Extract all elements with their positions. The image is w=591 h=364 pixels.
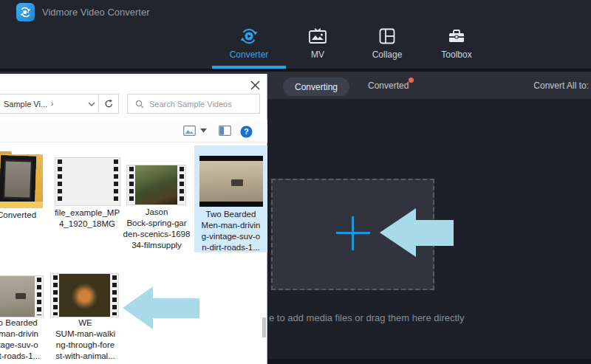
help-icon[interactable]: ? [240, 126, 253, 138]
title-bar: Vidmore Video Converter Converter [0, 0, 591, 69]
tab-toolbox[interactable]: Toolbox [422, 25, 491, 69]
tab-converter-label: Converter [230, 49, 269, 60]
dialog-toolbar: ? [0, 120, 267, 142]
annotation-arrow-drop-zone [380, 208, 454, 258]
address-location: Sample Vi... [4, 100, 47, 109]
breadcrumb-chevron: › [51, 100, 53, 108]
mv-icon [308, 25, 327, 47]
plus-icon[interactable] [336, 216, 370, 250]
address-bar[interactable]: Sample Vi... › [0, 94, 119, 114]
video-thumbnail [199, 156, 263, 207]
tab-toolbox-label: Toolbox [441, 49, 471, 60]
preview-pane-icon[interactable] [219, 126, 231, 136]
dialog-scrollbar-thumb[interactable] [262, 317, 266, 337]
tab-collage-label: Collage [372, 49, 403, 60]
converted-notification-dot [409, 78, 414, 83]
converter-icon [239, 25, 259, 47]
video-thumbnail [55, 158, 120, 205]
search-box[interactable] [127, 94, 260, 114]
folder-icon [0, 151, 43, 208]
file-label: Two Bearded Men-man-drivin g-vintage-suv… [194, 209, 267, 253]
svg-text:?: ? [244, 127, 248, 136]
search-icon [135, 100, 144, 109]
annotation-arrow-file [123, 286, 199, 330]
tab-converter[interactable]: Converter [214, 25, 284, 69]
view-dropdown-caret-icon[interactable] [200, 128, 207, 133]
convert-all-to-label: Convert All to: [533, 80, 589, 91]
file-label: Jason Bock-spring-gar den-scenics-1698 3… [112, 207, 202, 251]
video-thumbnail [51, 274, 118, 317]
tab-converting[interactable]: Converting [283, 78, 349, 96]
video-thumbnail [127, 165, 185, 205]
tab-mv[interactable]: MV [283, 25, 352, 69]
app-title: Vidmore Video Converter [42, 7, 150, 18]
tab-collage[interactable]: Collage [352, 25, 422, 69]
tab-converted[interactable]: Converted [368, 80, 409, 91]
chevron-down-icon[interactable] [88, 102, 95, 106]
search-input[interactable] [149, 100, 245, 109]
collage-icon [378, 25, 396, 47]
refresh-icon[interactable] [99, 95, 118, 113]
app-logo-icon [16, 3, 35, 21]
video-thumbnail [0, 276, 43, 317]
close-icon[interactable] [248, 78, 262, 92]
toolbox-icon [447, 25, 466, 47]
drop-hint-text: e to add media files or drag them here d… [269, 312, 464, 323]
file-label: WE SUM-man-walki ng-through-fore st-with… [43, 317, 128, 362]
thumbnail-view-icon[interactable] [183, 126, 196, 136]
tab-mv-label: MV [311, 49, 324, 60]
app-window: Vidmore Video Converter Converter [0, 0, 591, 364]
